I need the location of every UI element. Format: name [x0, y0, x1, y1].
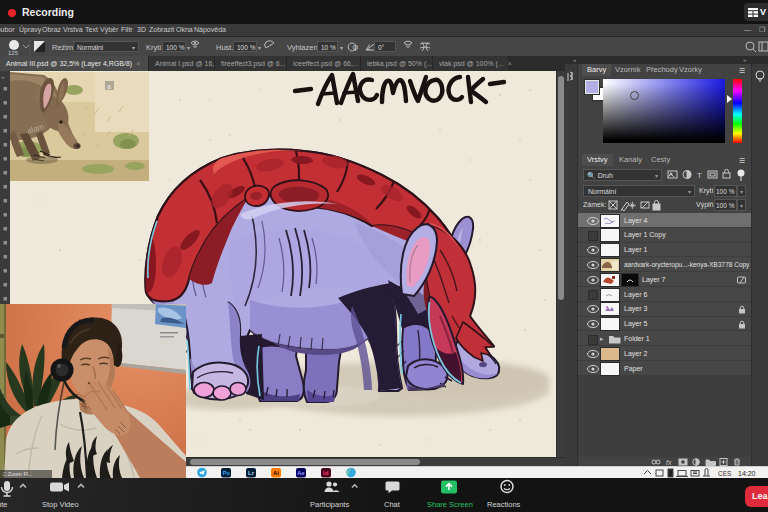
svg-text:Lr: Lr — [248, 470, 255, 476]
svg-text:Id: Id — [323, 470, 329, 476]
svg-text:Ai: Ai — [273, 470, 279, 476]
svg-text:fx: fx — [666, 459, 672, 466]
svg-text:14:20: 14:20 — [738, 470, 756, 477]
svg-text:Ps: Ps — [223, 470, 231, 476]
svg-text:Ae: Ae — [297, 470, 305, 476]
svg-text:a: a — [107, 83, 111, 90]
svg-text:□ Zoom Fl...: □ Zoom Fl... — [3, 471, 33, 477]
svg-text:T: T — [697, 171, 702, 180]
svg-text:CES: CES — [718, 470, 732, 477]
svg-text:»: » — [1, 74, 5, 80]
